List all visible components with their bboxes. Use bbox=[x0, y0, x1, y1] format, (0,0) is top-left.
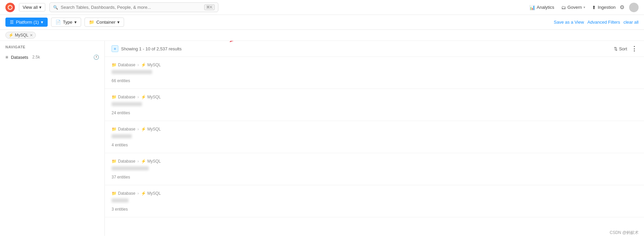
breadcrumb-folder-icon-1: 📁 bbox=[112, 95, 117, 99]
breadcrumb-mysql-icon-0: ⚡ bbox=[141, 63, 146, 67]
breadcrumb-mysql-icon-4: ⚡ bbox=[141, 191, 146, 196]
result-entities-0: 66 entities bbox=[112, 78, 637, 83]
sidebar: Navigate ≡ Datasets 2.5k 🕐 bbox=[0, 41, 105, 236]
ingestion-icon: ⬆ bbox=[592, 5, 596, 10]
header-nav: 📊 Analytics 🗂 Govern ▾ ⬆ Ingestion bbox=[529, 5, 616, 10]
breadcrumb-db-3: 📁 Database bbox=[112, 159, 135, 164]
breadcrumb-mysql-icon-1: ⚡ bbox=[141, 95, 146, 99]
search-input[interactable] bbox=[61, 5, 202, 10]
breadcrumb-folder-icon-2: 📁 bbox=[112, 127, 117, 132]
search-shortcut: ⌘K bbox=[204, 4, 214, 10]
result-name-bar-0 bbox=[112, 70, 152, 74]
breadcrumb-platform-2: ⚡ MySQL bbox=[141, 127, 161, 132]
filter-tags: ⚡ MySQL ✕ bbox=[0, 30, 644, 41]
sort-button[interactable]: ⇅ Sort bbox=[614, 46, 627, 51]
view-all-chevron: ▾ bbox=[39, 5, 42, 10]
advanced-filters-link[interactable]: Advanced Filters bbox=[587, 20, 620, 25]
logo bbox=[5, 3, 15, 12]
search-icon: 🔍 bbox=[53, 5, 58, 10]
more-options-icon[interactable]: ⋮ bbox=[631, 45, 637, 52]
sort-icon: ⇅ bbox=[614, 46, 618, 51]
header-icons: ⚙ bbox=[620, 3, 639, 12]
platform-icon: ☰ bbox=[10, 20, 14, 25]
header: View all ▾ 🔍 ⌘K 📊 Analytics 🗂 Govern ▾ ⬆… bbox=[0, 0, 644, 15]
container-button[interactable]: 📁 Container ▾ bbox=[85, 18, 124, 27]
container-chevron-icon: ▾ bbox=[117, 20, 120, 25]
breadcrumb-sep-1: › bbox=[137, 94, 139, 99]
result-name-bar-1 bbox=[112, 102, 142, 106]
sidebar-item-datasets[interactable]: ≡ Datasets 2.5k 🕐 bbox=[0, 52, 104, 63]
watermark-text: CSDN @蚂蚁术 bbox=[610, 230, 639, 235]
toolbar-right: Save as a View Advanced Filters clear al… bbox=[554, 20, 639, 25]
result-item-1[interactable]: 📁 Database › ⚡ MySQL 24 entities bbox=[105, 89, 644, 121]
view-all-label: View all bbox=[23, 5, 38, 10]
results-header-left: ≡ Showing 1 - 10 of 2,537 results bbox=[112, 45, 182, 52]
filter-tag-icon: ⚡ bbox=[8, 33, 14, 38]
sort-label: Sort bbox=[619, 46, 627, 51]
result-item-2[interactable]: 📁 Database › ⚡ MySQL 4 entities bbox=[105, 121, 644, 153]
main-layout: Navigate ≡ Datasets 2.5k 🕐 bbox=[0, 41, 644, 236]
breadcrumb-db-4: 📁 Database bbox=[112, 191, 135, 196]
type-label: Type bbox=[63, 20, 72, 25]
breadcrumb-db-0: 📁 Database bbox=[112, 63, 135, 67]
sidebar-title: Navigate bbox=[0, 45, 104, 52]
datasets-icon: ≡ bbox=[5, 54, 8, 60]
settings-icon[interactable]: ⚙ bbox=[620, 4, 624, 10]
results-icon: ≡ bbox=[112, 45, 118, 52]
type-button[interactable]: 📄 Type ▾ bbox=[51, 18, 81, 27]
result-breadcrumb-0: 📁 Database › ⚡ MySQL bbox=[112, 62, 637, 67]
breadcrumb-platform-1: ⚡ MySQL bbox=[141, 95, 161, 99]
breadcrumb-db-2: 📁 Database bbox=[112, 127, 135, 132]
datasets-label: Datasets bbox=[11, 55, 28, 60]
results-count: Showing 1 - 10 of 2,537 results bbox=[121, 46, 182, 51]
container-label: Container bbox=[96, 20, 115, 25]
result-item-3[interactable]: 📁 Database › ⚡ MySQL 37 entities bbox=[105, 153, 644, 185]
govern-chevron-icon: ▾ bbox=[583, 5, 585, 9]
nav-analytics-label: Analytics bbox=[537, 5, 554, 10]
nav-govern[interactable]: 🗂 Govern ▾ bbox=[561, 5, 586, 10]
breadcrumb-db-1: 📁 Database bbox=[112, 95, 135, 99]
platform-button[interactable]: ☰ Platform (1) ▾ bbox=[5, 18, 48, 27]
search-bar[interactable]: 🔍 ⌘K bbox=[49, 2, 218, 12]
avatar[interactable] bbox=[629, 3, 639, 12]
sidebar-item-left: ≡ Datasets 2.5k bbox=[5, 54, 40, 60]
result-name-bar-3 bbox=[112, 166, 149, 170]
result-item-4[interactable]: 📁 Database › ⚡ MySQL 3 entities bbox=[105, 185, 644, 217]
breadcrumb-mysql-icon-3: ⚡ bbox=[141, 159, 146, 164]
breadcrumb-folder-icon-4: 📁 bbox=[112, 191, 117, 196]
results-header: ≡ Showing 1 - 10 of 2,537 results ⇅ Sort… bbox=[105, 41, 644, 57]
save-view-link[interactable]: Save as a View bbox=[554, 20, 584, 25]
result-breadcrumb-3: 📁 Database › ⚡ MySQL bbox=[112, 159, 637, 164]
datasets-clock-icon[interactable]: 🕐 bbox=[93, 54, 99, 60]
result-name-bar-4 bbox=[112, 198, 128, 202]
clear-all-link[interactable]: clear all bbox=[623, 20, 639, 25]
result-item-0[interactable]: 📁 Database › ⚡ MySQL 66 entities bbox=[105, 57, 644, 89]
result-breadcrumb-2: 📁 Database › ⚡ MySQL bbox=[112, 126, 637, 132]
nav-govern-label: Govern bbox=[568, 5, 582, 10]
breadcrumb-folder-icon-3: 📁 bbox=[112, 159, 117, 164]
mysql-filter-tag: ⚡ MySQL ✕ bbox=[5, 32, 36, 39]
govern-icon: 🗂 bbox=[561, 5, 566, 10]
filter-tag-label: MySQL bbox=[15, 33, 28, 38]
logo-inner bbox=[8, 5, 13, 10]
breadcrumb-mysql-icon-2: ⚡ bbox=[141, 127, 146, 132]
breadcrumb-sep-0: › bbox=[137, 62, 139, 67]
nav-analytics[interactable]: 📊 Analytics bbox=[529, 5, 554, 10]
breadcrumb-sep-4: › bbox=[137, 191, 139, 196]
breadcrumb-platform-3: ⚡ MySQL bbox=[141, 159, 161, 164]
breadcrumb-platform-4: ⚡ MySQL bbox=[141, 191, 161, 196]
datasets-count: 2.5k bbox=[32, 55, 40, 59]
results-actions: ⇅ Sort ⋮ bbox=[614, 45, 637, 52]
container-icon: 📁 bbox=[89, 20, 94, 25]
result-name-bar-2 bbox=[112, 134, 132, 138]
nav-ingestion[interactable]: ⬆ Ingestion bbox=[592, 5, 616, 10]
view-all-button[interactable]: View all ▾ bbox=[19, 3, 45, 11]
filter-tag-close-icon[interactable]: ✕ bbox=[30, 33, 33, 38]
platform-chevron-icon: ▾ bbox=[41, 20, 43, 25]
breadcrumb-platform-0: ⚡ MySQL bbox=[141, 63, 161, 67]
result-entities-2: 4 entities bbox=[112, 143, 637, 147]
breadcrumb-sep-2: › bbox=[137, 126, 139, 132]
type-icon: 📄 bbox=[55, 20, 61, 25]
content: 可以查看指定的数据源类型下的元数据信息详情 ≡ Showing 1 - 10 o… bbox=[105, 41, 644, 236]
result-entities-3: 37 entities bbox=[112, 175, 637, 180]
